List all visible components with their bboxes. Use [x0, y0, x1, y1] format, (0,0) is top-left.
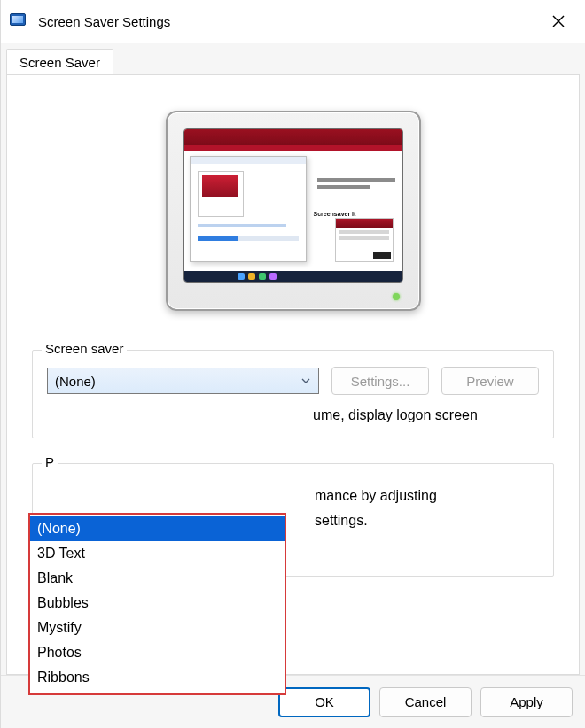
group-legend-power-fragment: P — [42, 454, 58, 469]
titlebar: Screen Saver Settings — [1, 0, 585, 43]
dropdown-item-bubbles[interactable]: Bubbles — [30, 591, 285, 616]
chevron-down-icon — [300, 374, 311, 389]
power-text-line1-fragment: mance by adjusting — [49, 484, 539, 508]
dropdown-item-none[interactable]: (None) — [30, 516, 285, 541]
close-icon — [552, 15, 565, 27]
dropdown-item-photos[interactable]: Photos — [30, 640, 285, 665]
resume-logon-text-fragment: ume, display logon screen — [47, 407, 539, 423]
screensaver-combobox[interactable]: (None) — [47, 368, 319, 394]
preview-screen: Screensaver It — [183, 128, 403, 283]
client-area: Screen Saver Screensaver It — [1, 43, 585, 728]
dropdown-item-3d-text[interactable]: 3D Text — [30, 541, 285, 566]
apply-button[interactable]: Apply — [480, 687, 573, 717]
screensaver-dropdown-list[interactable]: (None) 3D Text Blank Bubbles Mystify Pho… — [28, 513, 286, 695]
preview-button[interactable]: Preview — [441, 367, 539, 395]
settings-button[interactable]: Settings... — [332, 367, 429, 395]
group-screen-saver: Screen saver (None) Settings... Preview … — [32, 350, 554, 438]
close-button[interactable] — [532, 0, 585, 43]
power-led-icon — [393, 293, 400, 300]
monitor-icon — [10, 12, 27, 30]
dropdown-item-mystify[interactable]: Mystify — [30, 616, 285, 640]
ok-button[interactable]: OK — [278, 687, 370, 717]
screen-saver-settings-dialog: Screen Saver Settings Screen Saver — [0, 0, 585, 728]
group-legend-screen-saver: Screen saver — [42, 341, 127, 356]
preview-monitor: Screensaver It — [166, 111, 421, 311]
dropdown-item-blank[interactable]: Blank — [30, 566, 285, 591]
window-title: Screen Saver Settings — [38, 14, 532, 29]
tab-strip: Screen Saver — [1, 43, 585, 74]
tab-screen-saver[interactable]: Screen Saver — [6, 49, 113, 75]
tab-page: Screensaver It — [6, 74, 580, 675]
combobox-value: (None) — [55, 374, 96, 389]
cancel-button[interactable]: Cancel — [379, 687, 472, 717]
dropdown-item-ribbons[interactable]: Ribbons — [30, 665, 285, 690]
